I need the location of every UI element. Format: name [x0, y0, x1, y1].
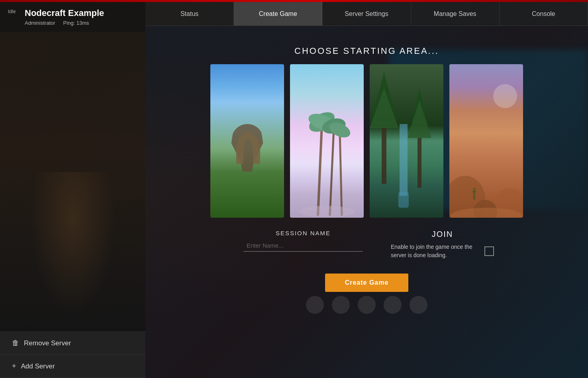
- main-content: Status Create Game Server Settings Manag…: [145, 0, 588, 378]
- tab-create-game[interactable]: Create Game: [234, 2, 322, 26]
- status-label: Idle: [8, 9, 20, 14]
- svg-marker-10: [370, 88, 398, 128]
- tab-server-settings-label: Server Settings: [345, 10, 388, 18]
- svg-line-2: [340, 132, 342, 216]
- biome-card-desert[interactable]: [449, 64, 523, 218]
- tab-server-settings[interactable]: Server Settings: [322, 2, 411, 26]
- server-info: Idle Nodecraft Example Administrator Pin…: [0, 2, 145, 32]
- content-inner: CHOOSE STARTING AREA...: [153, 34, 580, 314]
- tab-status-label: Status: [180, 10, 198, 18]
- bottom-icon-5: [410, 296, 427, 314]
- biome-grid: [210, 64, 523, 218]
- join-description: Enable to join the game once the server …: [391, 243, 478, 260]
- svg-marker-13: [408, 100, 431, 138]
- choose-area-title: CHOOSE STARTING AREA...: [294, 46, 439, 56]
- create-game-button[interactable]: Create Game: [325, 274, 409, 292]
- svg-point-16: [493, 84, 517, 108]
- biome-card-forest[interactable]: [370, 64, 443, 218]
- biome-card-tropical[interactable]: [290, 64, 364, 218]
- server-ping: Ping: 13ms: [63, 20, 89, 26]
- svg-rect-15: [398, 192, 409, 208]
- sidebar-background-area: [0, 32, 145, 331]
- top-accent-bar: [0, 0, 588, 2]
- nav-tabs: Status Create Game Server Settings Manag…: [145, 2, 588, 26]
- server-name: Nodecraft Example: [25, 8, 104, 18]
- bottom-icon-3: [358, 296, 376, 314]
- bottom-icons-row: [306, 296, 427, 314]
- svg-rect-21: [473, 188, 475, 200]
- tab-manage-saves-label: Manage Saves: [434, 10, 476, 18]
- svg-rect-14: [400, 124, 408, 196]
- content-panel: CHOOSE STARTING AREA...: [145, 26, 588, 378]
- forest-svg: [370, 64, 443, 218]
- tab-console[interactable]: Console: [500, 2, 588, 26]
- sidebar-bottom-buttons: 🗑 Remove Server + Add Server: [0, 331, 145, 378]
- sidebar: Idle Nodecraft Example Administrator Pin…: [0, 0, 145, 378]
- biome-tropical-visual: [290, 64, 364, 218]
- svg-line-1: [330, 128, 334, 216]
- session-name-input[interactable]: [243, 240, 363, 252]
- biome-meadow-visual: [210, 64, 284, 218]
- tab-status[interactable]: Status: [145, 2, 234, 26]
- join-checkbox[interactable]: [484, 246, 494, 256]
- tropical-svg: [290, 64, 364, 218]
- svg-line-0: [318, 124, 322, 216]
- join-label: JOIN: [432, 230, 453, 239]
- bottom-icon-4: [384, 296, 402, 314]
- arch-shape: [236, 132, 260, 164]
- svg-rect-22: [472, 191, 476, 193]
- session-name-section: SESSION NAME: [239, 230, 367, 252]
- bottom-icon-1: [306, 296, 324, 314]
- bottom-icon-2: [332, 296, 350, 314]
- tab-console-label: Console: [532, 10, 555, 18]
- remove-server-button[interactable]: 🗑 Remove Server: [0, 332, 145, 355]
- plus-icon: +: [12, 362, 16, 370]
- remove-server-label: Remove Server: [24, 339, 71, 347]
- add-server-button[interactable]: + Add Server: [0, 355, 145, 378]
- biome-card-meadow[interactable]: [210, 64, 284, 218]
- biome-forest-visual: [370, 64, 443, 218]
- add-server-label: Add Server: [21, 362, 55, 370]
- session-name-label: SESSION NAME: [276, 230, 331, 236]
- tab-create-game-label: Create Game: [259, 10, 297, 18]
- session-join-row: SESSION NAME JOIN Enable to join the gam…: [188, 230, 546, 260]
- join-description-row: Enable to join the game once the server …: [391, 243, 494, 260]
- desert-svg: [449, 64, 523, 218]
- biome-desert-visual: [449, 64, 523, 218]
- svg-point-7: [299, 206, 355, 218]
- join-section: JOIN Enable to join the game once the se…: [391, 230, 494, 260]
- server-admin: Administrator: [25, 20, 55, 26]
- trash-icon: 🗑: [12, 339, 19, 347]
- tab-manage-saves[interactable]: Manage Saves: [411, 2, 500, 26]
- character-silhouette: [23, 172, 123, 331]
